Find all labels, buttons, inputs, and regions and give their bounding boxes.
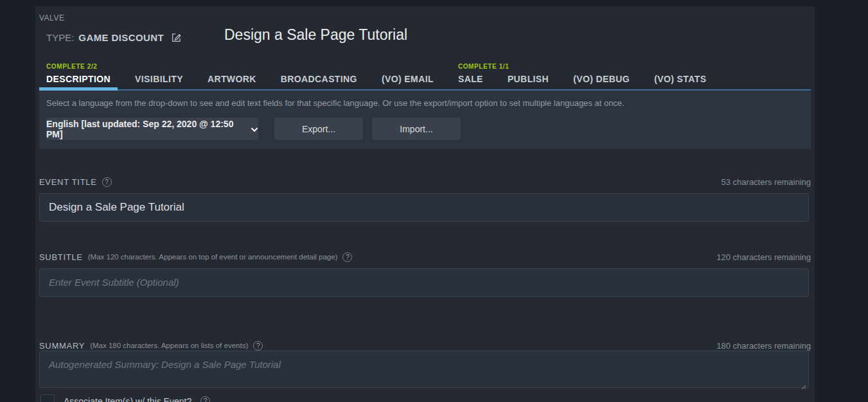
subtitle-hint: (Max 120 characters. Appears on top of e…: [88, 253, 338, 261]
tab-broadcasting[interactable]: BROADCASTING: [274, 74, 364, 89]
summary-label-row: SUMMARY (Max 180 characters. Appears on …: [39, 340, 811, 351]
subtitle-chars-remaining: 120 characters remaining: [716, 252, 811, 262]
language-instructions: Select a language from the drop-down to …: [46, 98, 624, 108]
tab-label: BROADCASTING: [281, 74, 357, 84]
subtitle-label-row: SUBTITLE (Max 120 characters. Appears on…: [39, 251, 811, 263]
event-title-label-row: EVENT TITLE ? 53 characters remaining: [39, 176, 811, 188]
import-button[interactable]: Import...: [372, 118, 461, 140]
tab-vo-stats[interactable]: (VO) STATS: [647, 74, 713, 89]
export-button[interactable]: Export...: [274, 118, 363, 140]
event-type-row: TYPE: GAME DISCOUNT: [46, 30, 182, 45]
tab-description[interactable]: COMPLETE 2/2 DESCRIPTION: [39, 74, 118, 89]
page-title: Design a Sale Page Tutorial: [224, 26, 407, 44]
tab-vo-email[interactable]: (VO) EMAIL: [375, 74, 441, 89]
summary-textarea[interactable]: [39, 351, 809, 388]
language-controls: English [last updated: Sep 22, 2020 @ 12…: [39, 118, 811, 140]
edit-pencil-icon[interactable]: [171, 32, 182, 43]
tab-label: ARTWORK: [208, 74, 256, 84]
summary-label: SUMMARY: [39, 341, 85, 351]
tab-publish[interactable]: PUBLISH: [500, 74, 556, 89]
subtitle-label: SUBTITLE: [39, 252, 83, 262]
tab-label: (VO) STATS: [654, 74, 706, 84]
tab-artwork[interactable]: ARTWORK: [200, 74, 263, 89]
tab-vo-debug[interactable]: (VO) DEBUG: [566, 74, 637, 89]
help-icon[interactable]: ?: [102, 177, 112, 187]
steamworks-event-editor: VALVE TYPE: GAME DISCOUNT Design a Sale …: [0, 0, 868, 402]
language-panel: Select a language from the drop-down to …: [39, 91, 811, 149]
event-title-label: EVENT TITLE: [39, 177, 97, 187]
language-dropdown[interactable]: English [last updated: Sep 22, 2020 @ 12…: [46, 118, 258, 140]
tab-label: DESCRIPTION: [46, 74, 111, 84]
tab-label: VISIBILITY: [135, 74, 183, 84]
publisher-name: VALVE: [39, 13, 64, 22]
tab-sale-complete-badge: COMPLETE 1/1: [458, 63, 509, 70]
tab-label: SALE: [458, 74, 483, 84]
help-icon[interactable]: ?: [200, 396, 210, 402]
help-icon[interactable]: ?: [253, 341, 263, 351]
tab-strip: COMPLETE 2/2 DESCRIPTION VISIBILITY ARTW…: [39, 63, 811, 91]
tab-sale[interactable]: COMPLETE 1/1 SALE: [451, 74, 490, 89]
type-value: GAME DISCOUNT: [78, 32, 164, 43]
associate-event-row: Associate Item(s) w/ this Event? ?: [39, 394, 210, 402]
associate-event-checkbox[interactable]: [40, 394, 55, 402]
help-icon[interactable]: ?: [342, 252, 352, 262]
event-title-input[interactable]: [39, 193, 809, 222]
subtitle-input[interactable]: [39, 268, 809, 297]
language-dropdown-value: English [last updated: Sep 22, 2020 @ 12…: [46, 119, 245, 139]
event-title-chars-remaining: 53 characters remaining: [722, 177, 811, 187]
content-column: VALVE TYPE: GAME DISCOUNT Design a Sale …: [35, 6, 815, 402]
summary-hint: (Max 180 characters. Appears on lists of…: [90, 342, 248, 349]
chevron-down-icon: [251, 124, 258, 134]
summary-chars-remaining: 180 characters remaining: [716, 341, 811, 351]
associate-event-label: Associate Item(s) w/ this Event?: [64, 394, 191, 402]
tab-visibility[interactable]: VISIBILITY: [128, 74, 190, 89]
tab-description-complete-badge: COMPLETE 2/2: [46, 63, 97, 70]
type-label: TYPE:: [46, 32, 74, 43]
tab-label: (VO) DEBUG: [573, 74, 630, 84]
tab-label: PUBLISH: [508, 74, 549, 84]
tab-label: (VO) EMAIL: [382, 74, 434, 84]
